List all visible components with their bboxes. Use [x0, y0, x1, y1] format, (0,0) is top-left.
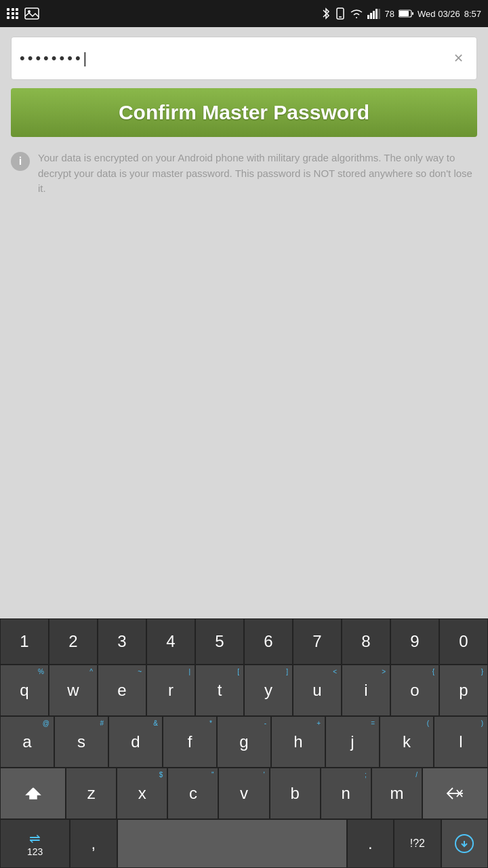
key-b[interactable]: b: [270, 768, 321, 819]
key-w[interactable]: ^w: [49, 665, 98, 716]
key-2[interactable]: 2: [49, 618, 98, 665]
key-c[interactable]: "c: [167, 768, 218, 819]
date-display: Wed 03/26: [418, 9, 460, 19]
key-3[interactable]: 3: [98, 618, 146, 665]
key-6[interactable]: 6: [244, 618, 293, 665]
key-o[interactable]: {o: [390, 665, 439, 716]
key-v[interactable]: 'v: [218, 768, 269, 819]
period-key[interactable]: .: [347, 819, 394, 868]
qwerty-row: %q ^w ~e |r [t ]y <u >i {o }p: [0, 665, 488, 716]
key-l[interactable]: )l: [434, 716, 488, 768]
key-u[interactable]: <u: [293, 665, 342, 716]
comma-key[interactable]: ,: [70, 819, 117, 868]
key-4[interactable]: 4: [146, 618, 195, 665]
key-9[interactable]: 9: [390, 618, 439, 665]
svg-rect-7: [375, 9, 378, 19]
status-bar: 78 Wed 03/26 8:57: [0, 0, 488, 27]
status-right: 78 Wed 03/26 8:57: [321, 7, 481, 20]
number-row: 1 2 3 4 5 6 7 8 9 0: [0, 618, 488, 665]
num-switch-key[interactable]: ⇌ 123: [0, 819, 70, 868]
grid-icon: [7, 8, 19, 19]
key-5[interactable]: 5: [195, 618, 244, 665]
info-icon: i: [11, 152, 30, 171]
go-key[interactable]: [441, 819, 488, 868]
key-y[interactable]: ]y: [244, 665, 293, 716]
main-content: ••••••••| ✕ Confirm Master Password i Yo…: [0, 27, 488, 209]
password-input-container[interactable]: ••••••••| ✕: [11, 37, 477, 80]
svg-rect-11: [399, 11, 409, 16]
svg-rect-4: [367, 15, 369, 19]
confirm-master-password-button[interactable]: Confirm Master Password: [11, 88, 477, 137]
backspace-key[interactable]: [422, 768, 488, 819]
key-8[interactable]: 8: [342, 618, 390, 665]
bluetooth-icon: [321, 7, 331, 20]
clear-button[interactable]: ✕: [448, 48, 468, 68]
signal-icon: [367, 8, 381, 19]
shift-key[interactable]: [0, 768, 66, 819]
zxcv-row: z $x "c 'v b ;n /m: [0, 768, 488, 819]
info-text: Your data is encrypted on your Android p…: [38, 151, 477, 197]
svg-rect-0: [25, 8, 39, 19]
key-t[interactable]: [t: [195, 665, 244, 716]
svg-rect-8: [378, 9, 380, 19]
key-m[interactable]: /m: [371, 768, 422, 819]
keyboard: 1 2 3 4 5 6 7 8 9 0 %q ^w ~e |r [t ]y <u…: [0, 618, 488, 868]
key-k[interactable]: (k: [380, 716, 434, 768]
symbols-key[interactable]: !?2: [394, 819, 441, 868]
key-p[interactable]: }p: [439, 665, 488, 716]
bottom-row: ⇌ 123 , . !?2: [0, 819, 488, 868]
key-q[interactable]: %q: [0, 665, 49, 716]
key-x[interactable]: $x: [117, 768, 167, 819]
svg-rect-5: [370, 13, 372, 19]
key-i[interactable]: >i: [342, 665, 390, 716]
svg-rect-10: [412, 12, 413, 15]
key-j[interactable]: =j: [325, 716, 380, 768]
status-left: [7, 7, 39, 20]
info-section: i Your data is encrypted on your Android…: [11, 148, 477, 199]
key-0[interactable]: 0: [439, 618, 488, 665]
phone-icon: [335, 7, 346, 20]
key-1[interactable]: 1: [0, 618, 49, 665]
wifi-icon: [350, 8, 363, 19]
key-z[interactable]: z: [66, 768, 117, 819]
battery-icon: [399, 9, 413, 18]
key-h[interactable]: +h: [271, 716, 325, 768]
key-f[interactable]: *f: [163, 716, 217, 768]
svg-rect-6: [373, 11, 375, 19]
space-key[interactable]: [117, 819, 347, 868]
time-display: 8:57: [464, 9, 481, 19]
asdf-row: @a #s &d *f -g +h =j (k )l: [0, 716, 488, 768]
key-a[interactable]: @a: [0, 716, 54, 768]
key-e[interactable]: ~e: [98, 665, 146, 716]
password-value[interactable]: ••••••••|: [20, 37, 448, 80]
key-d[interactable]: &d: [108, 716, 163, 768]
battery-level: 78: [385, 9, 394, 19]
key-n[interactable]: ;n: [321, 768, 371, 819]
key-g[interactable]: -g: [217, 716, 271, 768]
key-s[interactable]: #s: [54, 716, 108, 768]
key-r[interactable]: |r: [146, 665, 195, 716]
key-7[interactable]: 7: [293, 618, 342, 665]
image-icon: [24, 7, 39, 20]
